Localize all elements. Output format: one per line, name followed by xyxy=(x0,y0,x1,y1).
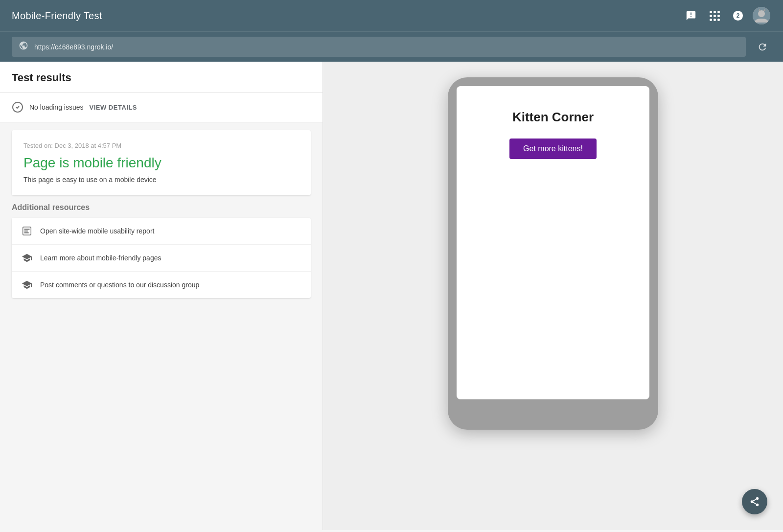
refresh-button[interactable] xyxy=(754,38,771,56)
svg-point-13 xyxy=(756,504,759,507)
svg-rect-8 xyxy=(24,229,30,230)
main-content: Test results No loading issues VIEW DETA… xyxy=(0,62,783,530)
additional-resources-section: Additional resources Open site-wide mobi… xyxy=(0,203,322,298)
phone-site-title: Kitten Corner xyxy=(512,110,594,125)
right-panel: Kitten Corner Get more kittens! xyxy=(323,62,783,530)
feedback-icon xyxy=(686,10,696,21)
test-results-header: Test results xyxy=(0,62,322,93)
svg-line-14 xyxy=(753,502,756,504)
svg-point-11 xyxy=(756,497,759,500)
left-panel: Test results No loading issues VIEW DETA… xyxy=(0,62,323,530)
grid-icon xyxy=(710,11,720,21)
app-header: Mobile-Friendly Test 2 xyxy=(0,0,783,31)
tested-on-text: Tested on: Dec 3, 2018 at 4:57 PM xyxy=(23,142,299,149)
additional-resources-title: Additional resources xyxy=(12,203,311,212)
header-actions: 2 xyxy=(681,6,771,25)
mobile-friendly-description: This page is easy to use on a mobile dev… xyxy=(23,176,299,184)
url-bar: https://c468e893.ngrok.io/ xyxy=(0,31,783,62)
app-title: Mobile-Friendly Test xyxy=(12,10,102,22)
no-loading-issues-text: No loading issues xyxy=(29,103,84,111)
resources-card: Open site-wide mobile usability report L… xyxy=(12,218,311,298)
account-button[interactable] xyxy=(752,6,771,25)
svg-rect-9 xyxy=(24,231,28,231)
avatar xyxy=(753,7,770,24)
share-icon xyxy=(749,496,760,507)
svg-point-3 xyxy=(758,10,765,17)
school-icon-1 xyxy=(22,253,32,263)
check-circle-icon xyxy=(12,101,23,113)
svg-rect-10 xyxy=(24,232,29,233)
share-fab-button[interactable] xyxy=(742,489,767,514)
phone-mockup: Kitten Corner Get more kittens! xyxy=(448,77,658,430)
loading-status-bar: No loading issues VIEW DETAILS xyxy=(0,93,322,122)
resource-item-learn[interactable]: Learn more about mobile-friendly pages xyxy=(12,245,311,272)
phone-cta-button[interactable]: Get more kittens! xyxy=(509,139,597,159)
resource-discuss-text: Post comments or questions to our discus… xyxy=(40,281,199,289)
notifications-button[interactable]: 2 xyxy=(728,6,748,25)
apps-button[interactable] xyxy=(705,6,724,25)
url-input-wrapper[interactable]: https://c468e893.ngrok.io/ xyxy=(12,37,746,57)
resource-usability-text: Open site-wide mobile usability report xyxy=(40,227,154,235)
view-details-link[interactable]: VIEW DETAILS xyxy=(90,104,137,111)
svg-text:2: 2 xyxy=(737,12,740,19)
svg-line-15 xyxy=(753,499,756,501)
svg-point-12 xyxy=(751,500,754,503)
school-icon-2 xyxy=(22,279,32,290)
url-text: https://c468e893.ngrok.io/ xyxy=(34,43,113,51)
resource-item-discuss[interactable]: Post comments or questions to our discus… xyxy=(12,272,311,298)
result-card: Tested on: Dec 3, 2018 at 4:57 PM Page i… xyxy=(12,130,311,195)
resource-learn-text: Learn more about mobile-friendly pages xyxy=(40,254,161,262)
resource-item-usability[interactable]: Open site-wide mobile usability report xyxy=(12,218,311,245)
report-icon xyxy=(22,226,32,236)
feedback-button[interactable] xyxy=(681,6,701,25)
notifications-icon: 2 xyxy=(733,10,743,21)
mobile-friendly-heading: Page is mobile friendly xyxy=(23,155,299,171)
phone-screen: Kitten Corner Get more kittens! xyxy=(457,86,649,399)
globe-icon xyxy=(19,41,28,53)
test-results-title: Test results xyxy=(12,71,311,84)
